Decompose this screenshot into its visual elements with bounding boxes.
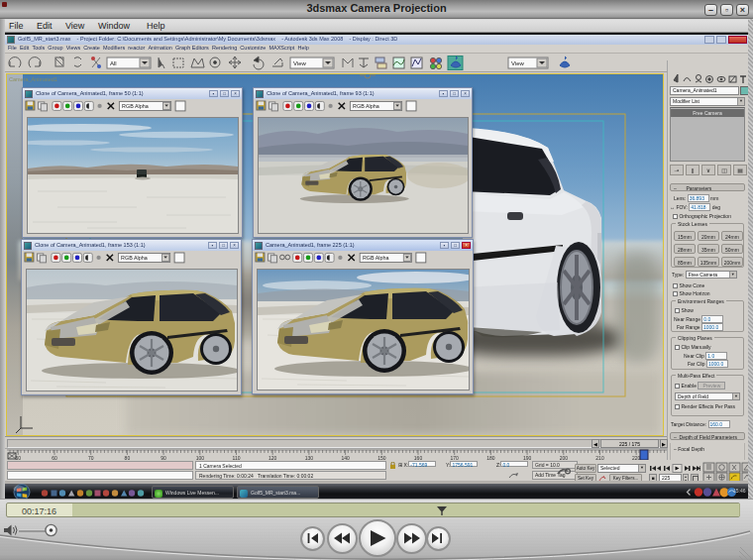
svg-text:View: View xyxy=(511,60,525,66)
svg-text:RGB Alpha: RGB Alpha xyxy=(121,255,148,261)
svg-text:RGB Alpha: RGB Alpha xyxy=(363,255,389,261)
svg-text:View: View xyxy=(293,60,307,66)
svg-text:RGB Alpha: RGB Alpha xyxy=(353,103,379,109)
svg-text:All: All xyxy=(110,60,117,66)
svg-text:RGB Alpha: RGB Alpha xyxy=(122,103,149,109)
